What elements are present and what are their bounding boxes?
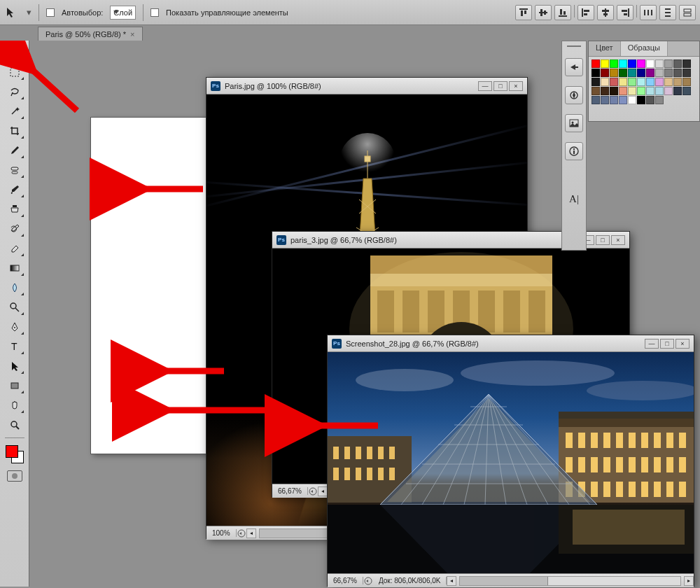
swatch[interactable] xyxy=(655,69,664,77)
swatch[interactable] xyxy=(628,59,636,68)
zoom-level[interactable]: 100% xyxy=(206,529,237,537)
close-button[interactable]: × xyxy=(509,81,523,91)
gradient-tool[interactable] xyxy=(4,259,25,277)
dodge-tool[interactable] xyxy=(4,298,25,316)
swatch[interactable] xyxy=(628,69,636,77)
align-vcenter-button[interactable] xyxy=(535,5,552,20)
swatch[interactable] xyxy=(592,96,600,104)
swatch[interactable] xyxy=(628,78,636,86)
swatch[interactable] xyxy=(646,87,654,95)
swatch[interactable] xyxy=(637,59,645,68)
swatch[interactable] xyxy=(610,96,618,104)
swatch[interactable] xyxy=(610,69,618,77)
swatch[interactable] xyxy=(592,69,600,77)
swatch[interactable] xyxy=(637,87,645,95)
swatch[interactable] xyxy=(610,59,618,68)
marquee-tool[interactable] xyxy=(4,63,25,81)
swatch[interactable] xyxy=(664,69,673,77)
swatch[interactable] xyxy=(619,78,627,86)
align-hcenter-button[interactable] xyxy=(597,5,614,20)
info-panel-icon[interactable] xyxy=(565,142,583,160)
swatch[interactable] xyxy=(682,87,691,95)
swatch[interactable] xyxy=(664,59,673,68)
swatch[interactable] xyxy=(646,69,654,77)
rectangle-tool[interactable] xyxy=(4,377,25,395)
type-tool[interactable]: T xyxy=(4,337,25,356)
swatch[interactable] xyxy=(610,78,618,86)
swatch[interactable] xyxy=(601,96,609,104)
swatch[interactable] xyxy=(592,59,600,68)
align-bottom-button[interactable] xyxy=(554,5,571,20)
swatch[interactable] xyxy=(628,87,636,95)
swatch[interactable] xyxy=(619,87,627,95)
move-tool[interactable] xyxy=(4,43,25,62)
swatch[interactable] xyxy=(601,78,609,86)
zoom-level[interactable]: 66,67% xyxy=(328,577,363,584)
close-icon[interactable]: × xyxy=(130,30,134,38)
show-controls-checkbox[interactable] xyxy=(150,8,159,17)
eyedropper-tool[interactable] xyxy=(4,141,25,160)
zoom-tool[interactable] xyxy=(4,416,25,434)
swatch[interactable] xyxy=(673,69,682,77)
swatch[interactable] xyxy=(592,87,600,95)
tab-swatches[interactable]: Образцы xyxy=(621,41,668,56)
scroll-left-button[interactable]: ◂ xyxy=(318,486,328,496)
distribute-v-button[interactable] xyxy=(659,5,676,20)
hand-tool[interactable] xyxy=(4,396,25,414)
swatch[interactable] xyxy=(655,78,664,86)
scroll-left-button[interactable]: ◂ xyxy=(447,576,456,586)
swatch[interactable] xyxy=(619,69,627,77)
swatch[interactable] xyxy=(619,96,627,104)
swatch[interactable] xyxy=(637,96,645,104)
history-brush-tool[interactable] xyxy=(4,220,25,238)
document-tab[interactable]: Paris @ 50% (RGB/8) * × xyxy=(38,27,143,41)
align-right-button[interactable] xyxy=(617,5,634,20)
swatch[interactable] xyxy=(655,59,664,68)
swatch[interactable] xyxy=(664,78,673,86)
maximize-button[interactable]: □ xyxy=(493,81,507,91)
swatch[interactable] xyxy=(610,87,618,95)
lasso-tool[interactable] xyxy=(4,83,25,101)
magic-wand-tool[interactable] xyxy=(4,102,25,120)
swatch[interactable] xyxy=(682,69,691,77)
auto-align-button[interactable] xyxy=(679,5,696,20)
swatch[interactable] xyxy=(646,78,654,86)
image-panel-icon[interactable] xyxy=(565,114,583,132)
swatch[interactable] xyxy=(682,78,691,86)
align-left-button[interactable] xyxy=(578,5,594,20)
swatch[interactable] xyxy=(655,87,664,95)
distribute-h-button[interactable] xyxy=(640,5,657,20)
foreground-color-swatch[interactable] xyxy=(6,445,18,458)
minimize-button[interactable]: — xyxy=(478,81,492,91)
crop-tool[interactable] xyxy=(4,122,25,140)
scroll-left-button[interactable]: ◂ xyxy=(246,528,256,538)
swatch[interactable] xyxy=(637,78,645,86)
arrow-panel-icon[interactable] xyxy=(565,58,583,76)
eraser-tool[interactable] xyxy=(4,239,25,258)
align-top-button[interactable] xyxy=(515,5,532,20)
swatch[interactable] xyxy=(655,96,664,104)
swatch[interactable] xyxy=(646,96,654,104)
pen-tool[interactable] xyxy=(4,318,25,336)
auto-select-checkbox[interactable] xyxy=(46,8,55,17)
swatch[interactable] xyxy=(673,87,682,95)
clone-stamp-tool[interactable] xyxy=(4,200,25,218)
layer-dropdown[interactable]: Слой xyxy=(110,6,136,20)
swatch[interactable] xyxy=(646,59,654,68)
swatch[interactable] xyxy=(601,87,609,95)
color-swatch[interactable] xyxy=(6,445,24,463)
quick-mask-button[interactable] xyxy=(7,470,22,482)
tab-color[interactable]: Цвет xyxy=(589,41,621,56)
swatch[interactable] xyxy=(619,59,627,68)
healing-brush-tool[interactable] xyxy=(4,161,25,179)
swatch[interactable] xyxy=(682,59,691,68)
swatch[interactable] xyxy=(601,59,609,68)
zoom-level[interactable]: 66,67% xyxy=(272,487,308,495)
brush-tool[interactable] xyxy=(4,181,25,199)
character-panel-icon[interactable]: A| xyxy=(565,190,583,208)
swatch[interactable] xyxy=(592,78,600,86)
blur-tool[interactable] xyxy=(4,279,25,297)
navigator-panel-icon[interactable] xyxy=(565,86,583,104)
swatch[interactable] xyxy=(673,78,682,86)
swatch[interactable] xyxy=(673,59,682,68)
